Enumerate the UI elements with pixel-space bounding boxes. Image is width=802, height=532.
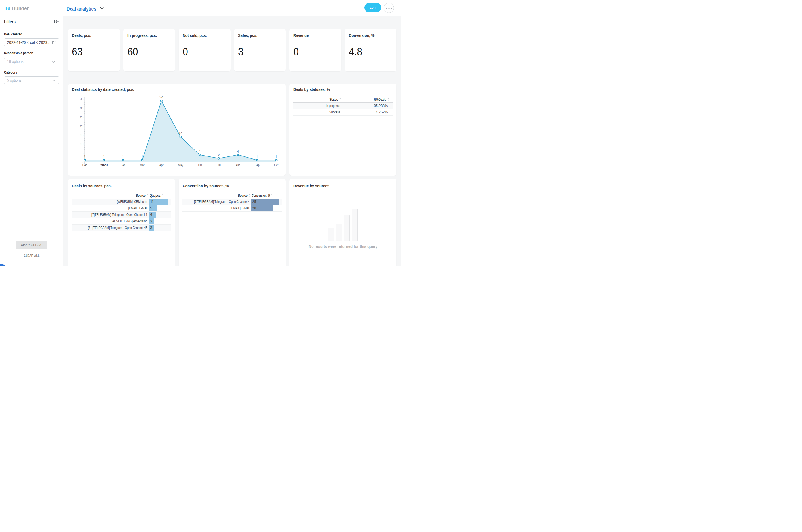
svg-text:Jul: Jul <box>217 163 221 167</box>
svg-text:34: 34 <box>160 95 163 99</box>
svg-text:20: 20 <box>80 125 84 128</box>
svg-text:1: 1 <box>84 155 86 159</box>
svg-text:Aug: Aug <box>236 163 240 167</box>
svg-text:10: 10 <box>80 142 84 146</box>
svg-text:25: 25 <box>80 115 84 118</box>
svg-text:Mar: Mar <box>140 163 145 167</box>
svg-text:35: 35 <box>80 98 84 101</box>
svg-text:4: 4 <box>237 149 239 153</box>
svg-text:Sep: Sep <box>255 163 259 167</box>
svg-text:2023: 2023 <box>100 163 108 167</box>
svg-text:Oct: Oct <box>274 163 278 167</box>
svg-text:1: 1 <box>256 155 258 159</box>
svg-text:Dec: Dec <box>83 163 87 167</box>
svg-text:2: 2 <box>218 153 220 157</box>
svg-text:14: 14 <box>179 131 183 135</box>
svg-text:15: 15 <box>80 134 84 137</box>
svg-text:1: 1 <box>141 155 143 159</box>
svg-text:Jun: Jun <box>197 163 202 167</box>
svg-text:1: 1 <box>122 155 124 159</box>
svg-text:1: 1 <box>103 155 105 159</box>
svg-text:30: 30 <box>80 107 84 110</box>
svg-text:1: 1 <box>275 155 277 159</box>
svg-text:May: May <box>178 163 183 167</box>
svg-text:5: 5 <box>81 151 83 154</box>
svg-text:Apr: Apr <box>159 163 163 167</box>
svg-text:4: 4 <box>199 149 201 153</box>
svg-text:Feb: Feb <box>121 163 125 167</box>
